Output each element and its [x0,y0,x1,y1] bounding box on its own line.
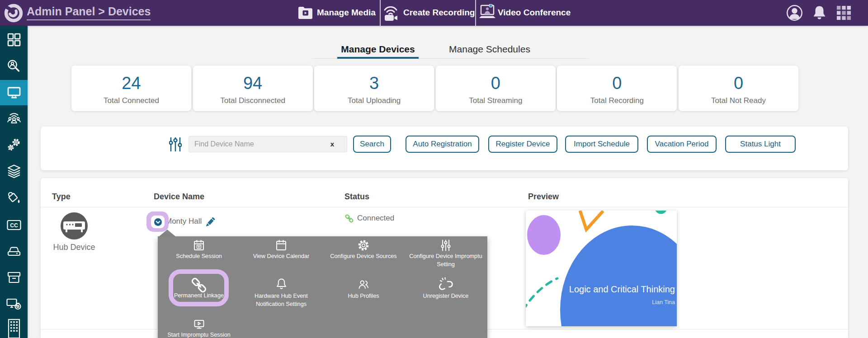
svg-text:Lian Tina: Lian Tina [652,299,675,305]
svg-text:Logic and Critical Thinking: Logic and Critical Thinking [569,284,675,294]
svg-text:CC: CC [10,222,18,229]
